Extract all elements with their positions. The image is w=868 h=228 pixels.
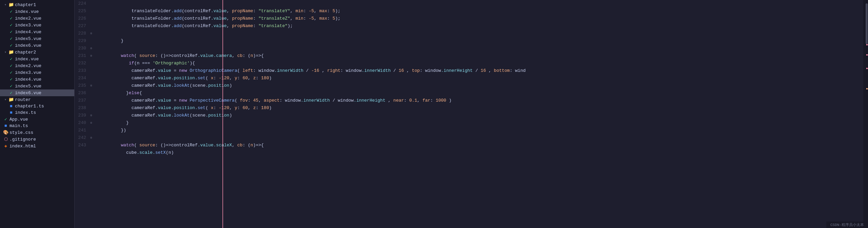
sidebar-item-label: main.ts — [9, 123, 28, 128]
file-explorer: ▾ 📁 chapter1 ✓ index.vue ✓ index2.vue ✓ … — [0, 0, 75, 228]
sidebar-item-chapter2[interactable]: ▾ 📁 chapter2 — [0, 49, 74, 56]
warning-indicator — [866, 88, 868, 89]
sidebar-item-label: index2.vue — [15, 16, 41, 21]
chevron-down-icon: ▾ — [3, 50, 8, 54]
code-line-234: cameraRef.value.lookAt(scene.position) — [97, 75, 863, 82]
sidebar-item-main-ts[interactable]: ■ main.ts — [0, 123, 74, 129]
vue-icon: ✓ — [8, 16, 14, 21]
ts-icon: ■ — [8, 110, 14, 115]
code-line-235: }else{ — [97, 82, 863, 89]
code-line-226: translateFolder.add(controlRef.value, pr… — [97, 15, 863, 22]
css-icon: 🎨 — [3, 130, 9, 135]
error-indicator-1 — [866, 44, 868, 45]
sidebar-item-label: App.vue — [9, 117, 28, 122]
code-line-241 — [97, 127, 863, 134]
code-line-232: cameraRef.value = new OrthographicCamera… — [97, 60, 863, 67]
fold-icon[interactable]: ⊟ — [89, 112, 94, 119]
sidebar-item-label: chapter2 — [15, 50, 36, 55]
sidebar-item-label: index2.vue — [15, 63, 41, 68]
sidebar-item-label: index5.vue — [15, 36, 41, 41]
code-line-228: } — [97, 30, 863, 37]
sidebar-item-label: index5.vue — [15, 84, 41, 89]
sidebar-item-label: style.css — [9, 130, 33, 135]
folder-icon: 📁 — [8, 2, 14, 7]
sidebar-item-gitignore[interactable]: ⬡ .gitignore — [0, 136, 74, 143]
error-indicator-2 — [866, 54, 868, 56]
sidebar-item-label: .gitignore — [9, 137, 36, 142]
sidebar-item-index-html[interactable]: ◈ index.html — [0, 143, 74, 149]
code-line-236: cameraRef.value = new PerspectiveCamera(… — [97, 89, 863, 97]
sidebar-item-ch2-index6[interactable]: ✓ index6.vue — [0, 89, 74, 96]
vue-icon: ✓ — [8, 29, 14, 35]
sidebar-item-label: index.vue — [15, 9, 39, 14]
line-numbers-gutter: 224 225 226 227 228⊟ 229 230⊟ 231⊟ 232 2… — [75, 0, 97, 228]
sidebar-item-label: index.html — [9, 144, 36, 149]
sidebar-item-label: index3.vue — [15, 23, 41, 28]
fold-icon[interactable]: ⊟ — [89, 30, 94, 37]
sidebar-item-router-index[interactable]: ■ index.ts — [0, 109, 74, 116]
vue-icon: ✓ — [8, 70, 14, 75]
chevron-down-icon: ▾ — [3, 98, 8, 102]
watermark-text: CSDN·程序员小太本 — [830, 223, 864, 227]
ts-icon: ■ — [3, 123, 9, 128]
code-line-243: cube.scale.setX(n) — [97, 142, 863, 149]
ts-icon: ■ — [8, 104, 14, 109]
fold-icon[interactable]: ⊟ — [89, 45, 94, 52]
vue-icon: ✓ — [8, 83, 14, 89]
sidebar-item-label: chapter1.ts — [15, 104, 44, 109]
vue-icon: ✓ — [3, 117, 9, 122]
sidebar-item-label: chapter1 — [15, 2, 36, 7]
vue-icon: ✓ — [8, 77, 14, 82]
code-line-231: if(n === 'Orthographic'){ — [97, 52, 863, 60]
sidebar-item-ch1-index5[interactable]: ✓ index5.vue — [0, 35, 74, 42]
sidebar-item-label: index6.vue — [15, 90, 41, 96]
folder-icon: 📁 — [8, 97, 14, 102]
vue-icon: ✓ — [8, 43, 14, 48]
sidebar-item-label: index.vue — [15, 57, 39, 62]
code-line-229 — [97, 37, 863, 45]
sidebar-item-label: index3.vue — [15, 70, 41, 75]
sidebar-item-router-ch1[interactable]: ■ chapter1.ts — [0, 103, 74, 109]
code-line-225: translateFolder.add(controlRef.value, pr… — [97, 7, 863, 15]
fold-icon[interactable]: ⊟ — [89, 52, 94, 60]
code-editor: 224 225 226 227 228⊟ 229 230⊟ 231⊟ 232 2… — [75, 0, 868, 228]
sidebar-item-router[interactable]: ▾ 📁 router — [0, 96, 74, 103]
sidebar-item-ch2-index[interactable]: ✓ index.vue — [0, 56, 74, 62]
sidebar-item-ch1-index4[interactable]: ✓ index4.vue — [0, 28, 74, 35]
code-line-227 — [97, 22, 863, 30]
sidebar-item-ch1-index[interactable]: ✓ index.vue — [0, 8, 74, 15]
sidebar-item-ch1-index6[interactable]: ✓ index6.vue — [0, 42, 74, 49]
sidebar-item-ch1-index3[interactable]: ✓ index3.vue — [0, 22, 74, 28]
scrollbar-thumb[interactable] — [866, 3, 868, 44]
fold-icon[interactable]: ⊟ — [89, 134, 94, 142]
vue-icon: ✓ — [8, 63, 14, 68]
code-line-237: cameraRef.value.position.set( x: -120, y… — [97, 97, 863, 104]
sidebar-item-ch2-index2[interactable]: ✓ index2.vue — [0, 62, 74, 69]
code-rows: translateFolder.add(controlRef.value, pr… — [97, 0, 863, 228]
sidebar-item-label: index4.vue — [15, 29, 41, 35]
vue-icon: ✓ — [8, 9, 14, 14]
sidebar-item-label: index.ts — [15, 110, 36, 115]
vue-icon: ✓ — [8, 90, 14, 96]
scrollbar-minimap[interactable] — [863, 0, 868, 228]
sidebar-item-ch2-index5[interactable]: ✓ index5.vue — [0, 83, 74, 89]
code-line-230: watch( source: ()=>controlRef.value.came… — [97, 45, 863, 52]
sidebar-item-label: index4.vue — [15, 77, 41, 82]
sidebar-item-ch2-index3[interactable]: ✓ index3.vue — [0, 69, 74, 76]
fold-icon[interactable]: ⊟ — [89, 119, 94, 127]
error-indicator-3 — [866, 68, 868, 69]
sidebar-item-app-vue[interactable]: ✓ App.vue — [0, 116, 74, 123]
watermark: CSDN·程序员小太本 — [826, 222, 868, 228]
folder-icon: 📁 — [8, 49, 14, 55]
sidebar-item-ch1-index2[interactable]: ✓ index2.vue — [0, 15, 74, 22]
sidebar-item-ch2-index4[interactable]: ✓ index4.vue — [0, 76, 74, 83]
fold-icon[interactable]: ⊟ — [89, 82, 94, 89]
sidebar-item-label: index6.vue — [15, 43, 41, 48]
code-line-240: }) — [97, 119, 863, 127]
vue-icon: ✓ — [8, 56, 14, 62]
code-line-242: watch( source: ()=>controlRef.value.scal… — [97, 134, 863, 142]
vue-icon: ✓ — [8, 22, 14, 28]
code-line-238: cameraRef.value.lookAt(scene.position) — [97, 104, 863, 112]
sidebar-item-chapter1[interactable]: ▾ 📁 chapter1 — [0, 1, 74, 8]
sidebar-item-style-css[interactable]: 🎨 style.css — [0, 129, 74, 136]
